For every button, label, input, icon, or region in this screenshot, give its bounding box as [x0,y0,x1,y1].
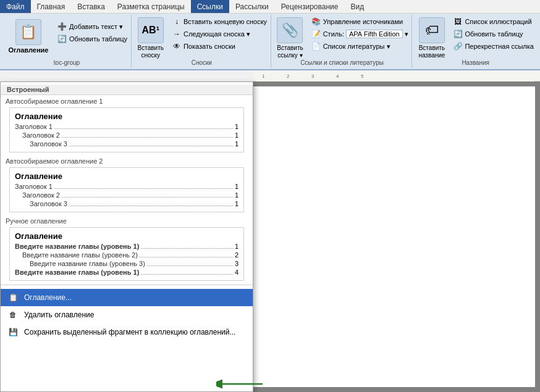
insert-citation-button[interactable]: 📎 Вставитьссылку ▾ [273,16,306,60]
manual-toc-title: Ручное оглавление [6,217,248,225]
show-footnotes-icon: 👁 [172,41,182,51]
toc-line: Заголовок 3 1 [15,140,238,148]
ribbon-group-footnotes: AB¹ Вставитьсноску ↓ Вставить концевую с… [133,15,271,68]
next-footnote-button[interactable]: → Следующая сноска ▾ [169,28,269,40]
save-toc-menu-item[interactable]: 💾 Сохранить выделенный фрагмент в коллек… [1,323,253,341]
ribbon-group-citations: 📎 Вставитьссылку ▾ 📚 Управление источник… [272,15,413,68]
toc-line: Заголовок 3 1 [15,199,238,207]
svg-text:1: 1 [262,73,265,79]
menu-mailings[interactable]: Рассылки [229,0,275,13]
menu-insert[interactable]: Вставка [71,0,111,13]
toc-line: Заголовок 2 1 [15,131,238,139]
toc-preview-3-heading: Оглавление [15,231,238,241]
toc-line: Введите название главы (уровень 1) 4 [15,268,238,276]
toc-label: Оглавление [8,46,48,54]
manage-sources-icon: 📚 [311,17,321,27]
toc-line: Заголовок 2 1 [15,191,238,199]
illustrations-icon: 🖼 [453,17,463,27]
auto-toc-2-title: Автособираемое оглавление 2 [6,157,248,165]
update-table-button[interactable]: 🔄 Обновить таблицу [55,33,130,44]
cross-reference-button[interactable]: 🔗 Перекрестная ссылка [450,41,536,52]
toc-settings-icon: 📋 [7,291,19,304]
citation-icon: 📎 [277,17,303,43]
footnote-label: Вставитьсноску [138,44,164,59]
toc-group-label: toc-group [2,59,131,66]
next-footnote-icon: → [172,29,182,39]
insert-caption-button[interactable]: 🏷 Вставитьназвание [415,16,449,60]
toc-line: Введите название главы (уровень 1) 1 [15,242,238,250]
endnote-icon: ↓ [172,17,182,27]
dropdown-divider [1,285,253,285]
menu-file[interactable]: Файл [0,0,31,13]
cross-reference-icon: 🔗 [453,41,463,51]
auto-toc-2-section: Автособираемое оглавление 2 Оглавление З… [1,155,253,212]
manage-sources-button[interactable]: 📚 Управление источниками [309,16,411,27]
menu-view[interactable]: Вид [344,0,370,13]
add-text-button[interactable]: ➕ Добавить текст ▾ [55,21,130,32]
svg-rect-0 [256,70,534,81]
toc-icon: 📋 [15,19,41,45]
captions-group-label: Названия [413,59,538,66]
ribbon-group-toc: 📋 Оглавление ➕ Добавить текст ▾ 🔄 Обнови… [2,15,132,68]
style-selector[interactable]: 📝 Стиль: APA Fifth Edition ▾ [309,28,411,40]
style-value[interactable]: APA Fifth Edition [346,30,403,38]
citations-group-label: Ссылки и списки литературы [272,59,412,66]
update-captions-icon: 🔄 [453,29,463,39]
insert-endnote-button[interactable]: ↓ Вставить концевую сноску [169,16,269,27]
add-text-icon: ➕ [57,22,67,31]
bibliography-button[interactable]: 📄 Список литературы ▾ [309,41,411,52]
toc-preview-2-heading: Оглавление [15,172,238,181]
menu-home[interactable]: Главная [31,0,72,13]
footnotes-group-label: Сноски [133,59,271,66]
remove-toc-icon: 🗑 [7,309,19,321]
save-toc-icon: 💾 [7,326,19,338]
footnote-icon: AB¹ [138,17,164,43]
ribbon-group-captions: 🏷 Вставитьназвание 🖼 Список иллюстраций … [413,15,538,68]
insert-footnote-button[interactable]: AB¹ Вставитьсноску [134,16,167,60]
show-footnotes-button[interactable]: 👁 Показать сноски [169,41,269,52]
style-icon: 📝 [311,29,321,39]
bibliography-icon: 📄 [311,41,321,51]
auto-toc-1-preview[interactable]: Оглавление Заголовок 1 1 Заголовок 2 1 [9,107,244,152]
remove-toc-menu-item[interactable]: 🗑 Удалить оглавление [1,306,253,323]
menu-pagelayout[interactable]: Разметка страницы [111,0,191,13]
main-content: Встроенный Автособираемое оглавление 1 О… [0,81,540,392]
menu-bar: Файл Главная Вставка Разметка страницы С… [0,0,540,14]
citation-label: Вставитьссылку ▾ [277,44,303,59]
svg-text:2: 2 [287,73,290,79]
auto-toc-1-title: Автособираемое оглавление 1 [6,98,248,105]
caption-icon: 🏷 [419,17,445,43]
update-table-icon: 🔄 [57,34,67,44]
ribbon: 📋 Оглавление ➕ Добавить текст ▾ 🔄 Обнови… [0,14,540,70]
menu-review[interactable]: Рецензирование [275,0,345,13]
toc-line: Заголовок 1 1 [15,122,238,130]
auto-toc-1-section: Автособираемое оглавление 1 Оглавление З… [1,95,253,152]
svg-text:4: 4 [336,73,339,79]
toc-button[interactable]: 📋 Оглавление [4,18,53,56]
toc-preview-1-heading: Оглавление [15,112,238,121]
toc-dropdown-panel: Встроенный Автособираемое оглавление 1 О… [0,81,253,392]
ruler-svg: 1 2 3 4 5 [256,70,534,81]
manual-toc-preview[interactable]: Оглавление Введите название главы (урове… [9,227,244,281]
illustrations-list-button[interactable]: 🖼 Список иллюстраций [450,16,536,27]
toc-line: Введите название главы (уровень 3) 3 [15,259,238,267]
toc-line: Заголовок 1 1 [15,182,238,190]
builtin-section: Встроенный Автособираемое оглавление 1 О… [1,82,253,281]
builtin-section-label: Встроенный [1,85,253,95]
update-captions-button[interactable]: 🔄 Обновить таблицу [450,28,536,40]
toc-settings-menu-item[interactable]: 📋 Оглавление... [1,289,253,306]
manual-toc-section: Ручное оглавление Оглавление Введите наз… [1,215,253,281]
menu-references[interactable]: Ссылки [191,0,229,13]
svg-text:5: 5 [361,73,364,79]
caption-label: Вставитьназвание [418,44,445,59]
toc-line: Введите название главы (уровень 2) 2 [15,251,238,259]
auto-toc-2-preview[interactable]: Оглавление Заголовок 1 1 Заголовок 2 1 [9,167,244,212]
svg-text:3: 3 [311,73,314,79]
ruler: 1 2 3 4 5 [253,70,540,81]
